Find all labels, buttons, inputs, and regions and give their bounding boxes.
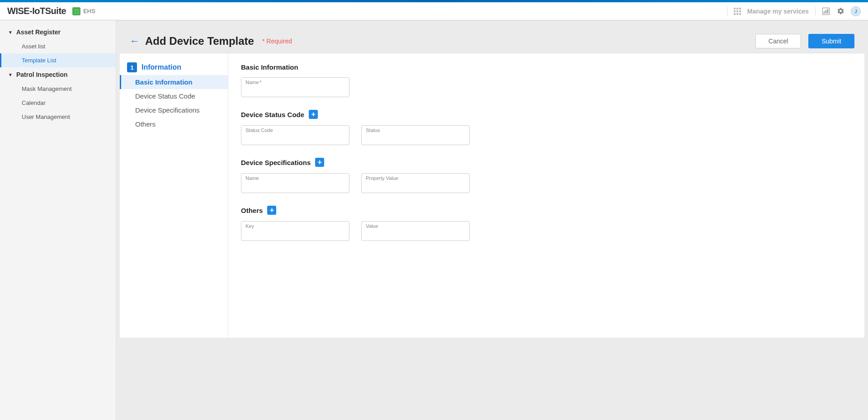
caret-down-icon: ▼ bbox=[8, 72, 13, 77]
field-other-key: Key bbox=[241, 221, 349, 241]
section-title-basic: Basic Information bbox=[241, 63, 852, 71]
spec-value-input[interactable] bbox=[361, 173, 470, 193]
section-others: Others + Key Value bbox=[241, 206, 852, 241]
step-sub-others[interactable]: Others bbox=[120, 117, 228, 131]
avatar-initial: J bbox=[854, 9, 857, 14]
section-title-specs: Device Specifications + bbox=[241, 158, 852, 167]
brand-iot: IoT bbox=[32, 6, 45, 16]
step-label: Information bbox=[142, 63, 181, 71]
sidebar-item-mask-management[interactable]: Mask Management bbox=[0, 82, 116, 96]
brand-suite: Suite bbox=[45, 6, 66, 16]
section-title-status: Device Status Code + bbox=[241, 110, 852, 119]
field-other-value: Value bbox=[361, 221, 470, 241]
step-number-badge: 1 bbox=[127, 62, 137, 72]
other-value-input[interactable] bbox=[361, 221, 470, 241]
field-spec-value: Property Value bbox=[361, 173, 470, 193]
page-header: ← Add Device Template * Required Cancel … bbox=[120, 24, 864, 53]
field-status-code: Status Code bbox=[241, 125, 349, 145]
field-spec-name: Name bbox=[241, 173, 349, 193]
add-other-button[interactable]: + bbox=[267, 206, 276, 215]
spec-name-input[interactable] bbox=[241, 173, 349, 193]
gear-icon[interactable] bbox=[836, 7, 844, 15]
header-right: Manage my services J bbox=[727, 6, 861, 16]
section-title-others: Others + bbox=[241, 206, 852, 215]
sidebar-item-user-management[interactable]: User Management bbox=[0, 110, 116, 124]
other-key-input[interactable] bbox=[241, 221, 349, 241]
back-arrow-icon[interactable]: ← bbox=[130, 35, 140, 47]
sidebar-item-asset-list[interactable]: Asset list bbox=[0, 39, 116, 53]
step-header-information[interactable]: 1 Information bbox=[120, 60, 228, 75]
sidebar-group-asset-register[interactable]: ▼ Asset Register bbox=[0, 25, 116, 39]
chart-icon[interactable] bbox=[822, 7, 830, 15]
add-status-button[interactable]: + bbox=[309, 110, 318, 119]
field-status: Status bbox=[361, 125, 470, 145]
section-device-specifications: Device Specifications + Name Property Va… bbox=[241, 158, 852, 193]
name-input[interactable] bbox=[241, 77, 349, 97]
field-name: Name* bbox=[241, 77, 349, 97]
page-title: Add Device Template bbox=[145, 35, 254, 47]
sidebar-item-calendar[interactable]: Calendar bbox=[0, 96, 116, 110]
caret-down-icon: ▼ bbox=[8, 30, 13, 35]
status-input[interactable] bbox=[361, 125, 470, 145]
submit-button[interactable]: Submit bbox=[808, 34, 854, 48]
step-sub-device-specifications[interactable]: Device Specifications bbox=[120, 103, 228, 117]
app-context-label: EHS bbox=[83, 8, 95, 14]
svg-rect-2 bbox=[826, 10, 826, 14]
form-content: 1 Information Basic Information Device S… bbox=[120, 53, 864, 338]
sidebar-item-template-list[interactable]: Template List bbox=[0, 53, 116, 67]
brand-logo: WISE-IoTSuite bbox=[7, 6, 66, 16]
status-code-input[interactable] bbox=[241, 125, 349, 145]
manage-services-link[interactable]: Manage my services bbox=[747, 8, 809, 15]
add-spec-button[interactable]: + bbox=[315, 158, 324, 167]
svg-rect-3 bbox=[827, 9, 828, 14]
step-sub-device-status-code[interactable]: Device Status Code bbox=[120, 89, 228, 103]
step-nav: 1 Information Basic Information Device S… bbox=[120, 53, 228, 338]
sidebar-group-label: Asset Register bbox=[16, 28, 61, 36]
sidebar-group-patrol-inspection[interactable]: ▼ Patrol Inspection bbox=[0, 67, 116, 82]
brand-wise: WISE- bbox=[7, 6, 32, 16]
step-sub-basic-information[interactable]: Basic Information bbox=[120, 75, 228, 89]
sidebar-group-label: Patrol Inspection bbox=[16, 71, 68, 78]
sidebar: ▼ Asset Register Asset list Template Lis… bbox=[0, 20, 116, 420]
divider bbox=[727, 7, 727, 16]
cancel-button[interactable]: Cancel bbox=[755, 34, 802, 48]
svg-rect-1 bbox=[824, 11, 825, 14]
apps-grid-icon[interactable] bbox=[734, 8, 741, 15]
avatar[interactable]: J bbox=[851, 6, 861, 16]
required-hint: * Required bbox=[262, 38, 292, 45]
section-device-status-code: Device Status Code + Status Code Status bbox=[241, 110, 852, 145]
form-area: Basic Information Name* Device Status Co… bbox=[228, 53, 864, 338]
divider bbox=[815, 7, 816, 16]
main-content: ← Add Device Template * Required Cancel … bbox=[116, 20, 868, 420]
app-header: WISE-IoTSuite ⬚ EHS Manage my services J bbox=[0, 2, 868, 20]
ehs-badge-icon: ⬚ bbox=[72, 7, 80, 15]
section-basic-information: Basic Information Name* bbox=[241, 63, 852, 97]
